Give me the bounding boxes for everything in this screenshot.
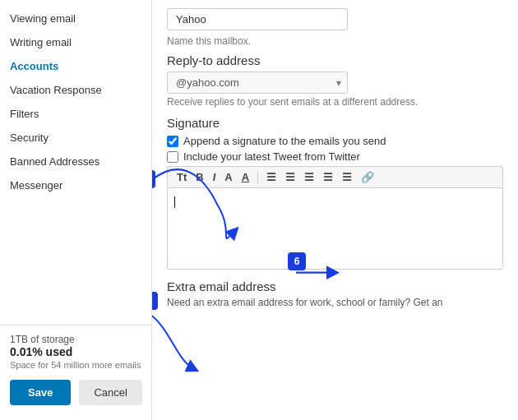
storage-label: 1TB of storage <box>10 334 141 345</box>
editor-toolbar: Tt B I A A ☰ ☰ ☰ ☰ ☰ 🔗 <box>167 166 503 187</box>
editor-cursor <box>174 196 175 208</box>
toolbar-text-style[interactable]: Tt <box>174 170 189 184</box>
reply-to-select[interactable]: @yahoo.com <box>167 72 348 94</box>
signature-title: Signature <box>167 116 503 130</box>
signature-option2-checkbox[interactable] <box>167 151 178 163</box>
reply-to-hint: Receive replies to your sent emails at a… <box>167 96 503 108</box>
toolbar-justify[interactable]: ☰ <box>340 170 354 184</box>
toolbar-separator-1 <box>257 171 258 184</box>
toolbar-link[interactable]: 🔗 <box>358 170 377 184</box>
signature-option1-checkbox[interactable] <box>167 136 178 147</box>
cancel-button[interactable]: Cancel <box>79 380 141 405</box>
annotation-5: 5 <box>152 170 155 188</box>
toolbar-indent-right[interactable]: ☰ <box>321 170 335 184</box>
sidebar-item-messenger[interactable]: Messenger <box>0 173 151 197</box>
sidebar-item-viewing-email[interactable]: Viewing email <box>0 7 151 30</box>
mailbox-name-input[interactable] <box>167 8 348 30</box>
toolbar-unordered-list[interactable]: ☰ <box>264 170 279 184</box>
signature-section: Signature Append a signature to the emai… <box>167 116 503 270</box>
toolbar-font-highlight[interactable]: A <box>239 170 252 184</box>
editor-body[interactable] <box>167 187 503 270</box>
action-buttons: Save Cancel <box>10 380 141 405</box>
signature-option2-row: Include your latest Tweet from Twitter <box>167 150 503 163</box>
reply-to-wrapper: @yahoo.com <box>167 72 348 94</box>
annotation-7: 7 <box>152 292 158 310</box>
signature-option1-row: Append a signature to the emails you sen… <box>167 135 503 147</box>
annotation-6: 6 <box>288 252 306 270</box>
mailbox-hint: Name this mailbox. <box>167 35 503 47</box>
toolbar-italic[interactable]: I <box>210 170 219 184</box>
main-content: 5 6 7 Name this mailbox. Reply-to addres… <box>152 0 518 420</box>
sidebar-item-accounts[interactable]: Accounts <box>0 54 151 78</box>
sidebar-item-filters[interactable]: Filters <box>0 102 151 126</box>
extra-email-section: Extra email address Need an extra email … <box>167 279 503 308</box>
sidebar-item-security[interactable]: Security <box>0 126 151 150</box>
save-button[interactable]: Save <box>10 380 71 405</box>
sidebar-item-writing-email[interactable]: Writing email <box>0 30 151 54</box>
signature-editor: Tt B I A A ☰ ☰ ☰ ☰ ☰ 🔗 <box>167 166 503 270</box>
toolbar-bold[interactable]: B <box>193 170 206 184</box>
signature-option1-label: Append a signature to the emails you sen… <box>183 135 386 147</box>
sidebar-item-vacation-response[interactable]: Vacation Response <box>0 78 151 102</box>
sidebar-item-banned-addresses[interactable]: Banned Addresses <box>0 150 151 173</box>
sidebar-bottom: 1TB of storage 0.01% used Space for 54 m… <box>0 325 151 413</box>
storage-used: 0.01% used <box>10 345 141 358</box>
extra-email-title: Extra email address <box>167 279 503 293</box>
reply-to-label: Reply-to address <box>167 53 503 67</box>
storage-sub: Space for 54 million more emails <box>10 360 141 370</box>
toolbar-ordered-list[interactable]: ☰ <box>283 170 298 184</box>
signature-option2-label: Include your latest Tweet from Twitter <box>183 150 360 163</box>
sidebar: Viewing email Writing email Accounts Vac… <box>0 0 152 420</box>
toolbar-indent-left[interactable]: ☰ <box>302 170 317 184</box>
toolbar-font-color[interactable]: A <box>222 170 234 184</box>
extra-email-desc: Need an extra email address for work, sc… <box>167 297 503 308</box>
